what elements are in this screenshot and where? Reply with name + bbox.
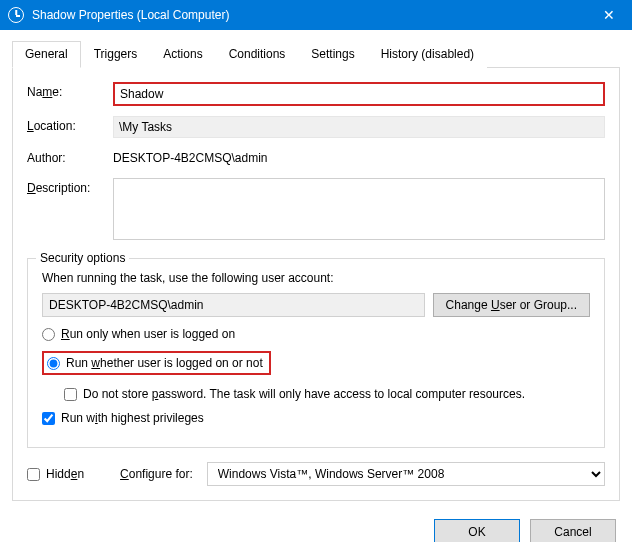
- radio-run-whether[interactable]: Run whether user is logged on or not: [42, 351, 271, 375]
- title-bar: Shadow Properties (Local Computer) ✕: [0, 0, 632, 30]
- row-author: Author: DESKTOP-4B2CMSQ\admin: [27, 148, 605, 168]
- highest-privileges-label[interactable]: Run with highest privileges: [61, 411, 204, 425]
- radio-run-whether-input[interactable]: [47, 357, 60, 370]
- configure-for-label: Configure for:: [120, 467, 193, 481]
- tab-actions[interactable]: Actions: [150, 41, 215, 68]
- no-store-password-input[interactable]: [64, 388, 77, 401]
- author-value: DESKTOP-4B2CMSQ\admin: [113, 148, 605, 168]
- ok-button[interactable]: OK: [434, 519, 520, 542]
- row-description: Description:: [27, 178, 605, 240]
- radio-run-logged-on[interactable]: Run only when user is logged on: [42, 327, 590, 341]
- label-location: Location:: [27, 116, 113, 133]
- check-highest-privileges[interactable]: Run with highest privileges: [42, 411, 590, 425]
- window-title: Shadow Properties (Local Computer): [32, 8, 586, 22]
- clock-icon: [8, 7, 24, 23]
- security-legend: Security options: [36, 251, 129, 265]
- cancel-button[interactable]: Cancel: [530, 519, 616, 542]
- content-area: General Triggers Actions Conditions Sett…: [0, 30, 632, 542]
- check-hidden[interactable]: Hidden: [27, 467, 84, 481]
- name-input[interactable]: [113, 82, 605, 106]
- tab-settings[interactable]: Settings: [298, 41, 367, 68]
- no-store-password-label[interactable]: Do not store password. The task will onl…: [83, 387, 525, 401]
- radio-run-whether-label[interactable]: Run whether user is logged on or not: [66, 356, 263, 370]
- tab-history[interactable]: History (disabled): [368, 41, 487, 68]
- security-text: When running the task, use the following…: [42, 271, 590, 285]
- label-author: Author:: [27, 148, 113, 165]
- tab-panel-general: Name: Location: \My Tasks Author: DESKTO…: [12, 68, 620, 501]
- row-name: Name:: [27, 82, 605, 106]
- row-location: Location: \My Tasks: [27, 116, 605, 138]
- bottom-row: Hidden Configure for: Windows Vista™, Wi…: [27, 462, 605, 486]
- close-button[interactable]: ✕: [586, 0, 632, 30]
- tab-general[interactable]: General: [12, 41, 81, 68]
- security-options-group: Security options When running the task, …: [27, 258, 605, 448]
- description-input[interactable]: [113, 178, 605, 240]
- radio-run-logged-on-label[interactable]: Run only when user is logged on: [61, 327, 235, 341]
- check-no-store-password[interactable]: Do not store password. The task will onl…: [64, 387, 590, 401]
- hidden-label[interactable]: Hidden: [46, 467, 84, 481]
- account-field: DESKTOP-4B2CMSQ\admin: [42, 293, 425, 317]
- tab-triggers[interactable]: Triggers: [81, 41, 151, 68]
- location-field: \My Tasks: [113, 116, 605, 138]
- label-name: Name:: [27, 82, 113, 99]
- label-description: Description:: [27, 178, 113, 195]
- configure-for-select[interactable]: Windows Vista™, Windows Server™ 2008: [207, 462, 605, 486]
- radio-run-logged-on-input[interactable]: [42, 328, 55, 341]
- hidden-input[interactable]: [27, 468, 40, 481]
- tab-strip: General Triggers Actions Conditions Sett…: [12, 40, 620, 68]
- tab-conditions[interactable]: Conditions: [216, 41, 299, 68]
- dialog-footer: OK Cancel: [12, 519, 620, 542]
- change-user-button[interactable]: Change User or Group...: [433, 293, 590, 317]
- highest-privileges-input[interactable]: [42, 412, 55, 425]
